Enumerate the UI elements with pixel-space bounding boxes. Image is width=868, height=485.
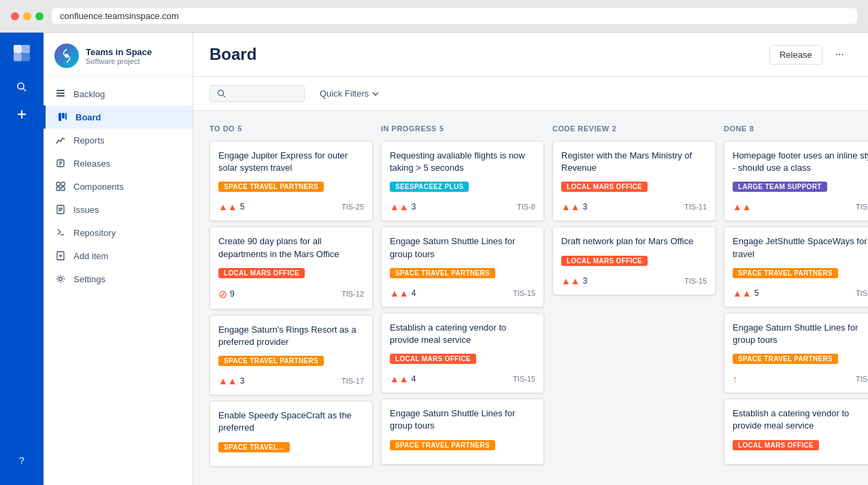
svg-rect-12 [56,95,65,97]
card-title: Homepage footer uses an inline style - s… [733,150,868,174]
column-count-codereview: 2 [612,124,617,133]
nav-item-releases[interactable]: Releases [44,152,193,175]
card-footer: ▲▲ 3 TIS-11 [561,201,707,212]
nav-item-settings[interactable]: Settings [44,267,193,290]
svg-rect-14 [62,113,65,118]
priority-icon: ▲▲ [561,275,580,286]
project-type: Software project [86,57,152,65]
page-header: Board Release ··· [193,33,868,77]
repository-icon [54,227,67,239]
card-tag: Space Travel Partners [218,356,324,366]
card-tis11[interactable]: Register with the Mars Ministry of Reven… [552,141,716,221]
priority-icon: ▲▲ [390,373,409,384]
release-button[interactable]: Release [769,45,822,65]
avatar [54,44,79,68]
sidebar: ? [0,33,44,485]
nav-item-add-item[interactable]: Add item [44,244,193,267]
svg-rect-0 [14,45,22,53]
sidebar-help-icon[interactable]: ? [11,450,33,471]
card-inprogress-4[interactable]: Engage Saturn Shuttle Lines for group to… [381,399,544,464]
card-done-3[interactable]: Engage Saturn Shuttle Lines for group to… [724,313,868,393]
main-content: Board Release ··· Quick Filters [193,33,868,485]
board-toolbar: Quick Filters [193,77,868,111]
card-done-4[interactable]: Establish a catering vendor to provide m… [724,399,868,464]
column-count-done: 8 [750,124,754,133]
priority-icon: ▲▲ [390,201,409,212]
browser-traffic-lights [11,12,44,20]
add-item-icon [54,250,67,262]
nav-item-issues[interactable]: Issues [44,198,193,221]
column-header-inprogress: IN PROGRESS 5 [381,122,544,135]
card-title: Establish a catering vendor to provide m… [733,407,868,432]
card-title: Engage JetShuttle SpaceWays for travel [733,235,868,260]
card-title: Engage Saturn Shuttle Lines for group to… [390,235,535,260]
nav-item-components[interactable]: Components [44,175,193,198]
svg-line-5 [23,88,26,91]
quick-filters-button[interactable]: Quick Filters [313,85,386,102]
card-footer: ▲▲ TIS-68 [733,201,868,212]
priority-num: 3 [583,202,588,212]
close-button[interactable] [11,12,19,20]
card-tis17[interactable]: Engage Saturn's Rings Resort as a prefer… [210,315,373,395]
nav-item-reports[interactable]: Reports [44,129,193,152]
svg-rect-22 [56,187,60,190]
nav-item-repository[interactable]: Repository [44,221,193,244]
app-logo[interactable] [10,41,34,65]
maximize-button[interactable] [35,12,44,20]
svg-rect-21 [61,182,65,186]
more-options-button[interactable]: ··· [828,44,852,65]
releases-icon [54,157,67,169]
priority-icon: ▲▲ [218,201,237,212]
search-box[interactable] [210,85,305,102]
sidebar-search-icon[interactable] [11,76,33,98]
priority-icon: ▲▲ [733,288,752,299]
app: ? Teams in Space Software project [0,33,868,485]
project-info: Teams in Space Software project [86,47,152,65]
browser-chrome: confluence.teamsinspace.com [0,0,868,33]
card-footer: ▲▲ 5 TIS-25 [218,201,364,212]
board-icon [56,111,69,123]
column-label-todo: TO DO [210,124,235,133]
card-tag: Local Mars Office [561,256,648,266]
card-tag: Local Mars Office [390,354,476,364]
svg-point-9 [65,54,69,58]
priority-num: 4 [412,288,416,298]
card-tag: Space Travel... [218,442,290,452]
card-priority: ▲▲ 3 [561,201,587,212]
nav-item-backlog[interactable]: Backlog [44,82,193,105]
svg-rect-15 [65,113,67,120]
card-tis8[interactable]: Requesting avaliable flights is now taki… [381,141,544,221]
address-bar[interactable]: confluence.teamsinspace.com [52,8,857,24]
url-text: confluence.teamsinspace.com [60,11,179,21]
card-todo-4[interactable]: Enable Speedy SpaceCraft as the preferre… [210,401,373,466]
card-title: Enable Speedy SpaceCraft as the preferre… [218,409,364,434]
card-inprogress-3[interactable]: Establish a catering vendor to provide m… [381,313,544,393]
card-priority: ▲▲ 5 [218,201,244,212]
settings-icon [54,273,67,285]
card-id: TIS-17 [341,377,364,385]
sidebar-add-icon[interactable] [11,103,33,125]
card-footer: ▲▲ 5 TIS-23 [733,288,868,299]
card-codereview-2[interactable]: Draft network plan for Mars Office Local… [552,227,716,295]
card-title: Requesting avaliable flights is now taki… [390,150,535,174]
chevron-down-icon [371,90,380,98]
column-header-codereview: CODE REVIEW 2 [552,122,716,135]
nav-item-board[interactable]: Board [44,105,193,129]
card-tis68[interactable]: Homepage footer uses an inline style - s… [724,141,868,221]
card-footer: ⊘ 9 TIS-12 [218,288,364,301]
card-footer: ▲▲ 3 TIS-17 [218,375,364,386]
svg-rect-1 [22,45,30,53]
card-inprogress-2[interactable]: Engage Saturn Shuttle Lines for group to… [381,227,544,307]
releases-label: Releases [73,158,110,169]
svg-point-4 [18,83,24,89]
card-footer: ▲▲ 4 TIS-15 [390,373,535,384]
column-count-todo: 5 [237,124,242,133]
card-priority: ⊘ 9 [218,288,235,301]
card-tis12[interactable]: Create 90 day plans for all departments … [210,227,373,309]
minimize-button[interactable] [23,12,31,20]
svg-rect-10 [56,90,65,91]
card-tis25[interactable]: Engage Jupiter Express for outer solar s… [210,141,373,221]
card-tis23[interactable]: Engage JetShuttle SpaceWays for travel S… [724,227,868,307]
issues-icon [54,203,67,216]
card-priority: ▲▲ 5 [733,288,758,299]
